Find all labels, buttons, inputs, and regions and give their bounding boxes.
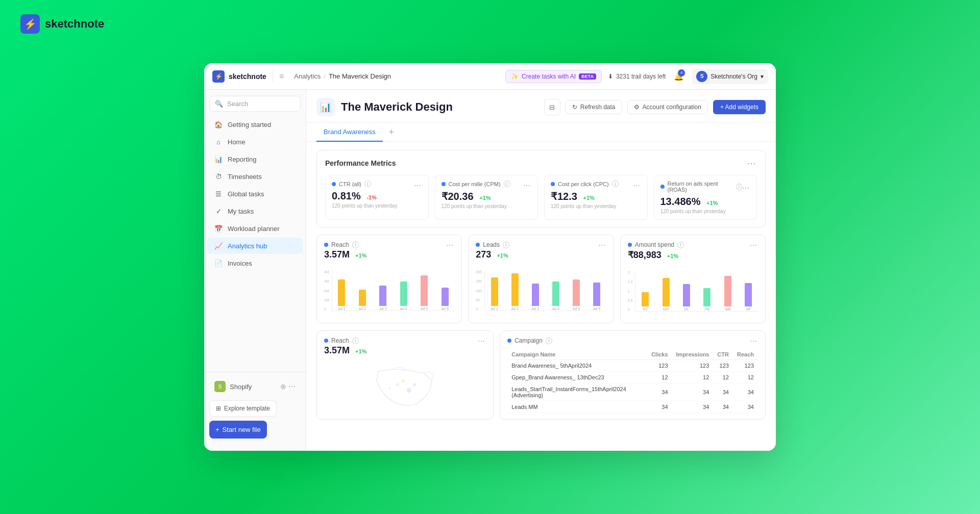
chart-value-leads: 273 +1% (476, 249, 509, 260)
org-selector[interactable]: S Sketchnote's Org ▾ (692, 69, 768, 84)
chart-label-reach: Reach i (324, 241, 366, 248)
breadcrumb-parent[interactable]: Analytics (294, 72, 321, 80)
section-header: Performance Metrics ⋯ (325, 158, 757, 169)
sidebar-item-reporting[interactable]: 📊 Reporting (207, 151, 303, 167)
metric-card-cpc: Cost per click (CPC) i ⋯ ₹12.3 +1% 120 p… (544, 175, 648, 220)
account-config-button[interactable]: ⚙ Account configuration (627, 100, 708, 114)
campaign-table-body: Brand Awareness_ 5thApril2024 123 123 12… (507, 360, 758, 413)
campaign-table: Campaign Name Clicks Impressions CTR Rea… (507, 349, 758, 413)
shopify-label: Shopify (230, 383, 252, 391)
sidebar-item-workload-planner[interactable]: 📅 Workload planner (207, 220, 303, 237)
sidebar-item-timesheets[interactable]: ⏱ Timesheets (207, 168, 303, 185)
tab-add-button[interactable]: + (385, 125, 398, 139)
clicks-1: 123 (647, 360, 672, 372)
section-more-button[interactable]: ⋯ (747, 158, 757, 169)
beta-badge: BETA (579, 73, 596, 80)
info-icon-cpc[interactable]: i (612, 181, 619, 187)
home-icon: ⌂ (214, 138, 223, 146)
ai-icon: ✨ (511, 73, 519, 80)
sidebar-item-analytics-hub[interactable]: 📈 Analytics hub (207, 238, 303, 254)
chart-card-leads: Leads i 273 +1% ⋯ (468, 235, 614, 323)
info-icon-campaign[interactable]: i (546, 338, 552, 344)
info-icon-ctr[interactable]: i (364, 181, 371, 187)
reach-dot (324, 243, 328, 247)
campaign-table-header: Campaign Name Clicks Impressions CTR Rea… (507, 349, 758, 360)
trail-icon: ⬇ (608, 73, 613, 80)
charts-row: Reach i 3.57M +1% ⋯ (316, 235, 766, 323)
getting-started-icon: 🏠 (214, 120, 223, 128)
section-title: Performance Metrics (325, 159, 396, 167)
notification-button[interactable]: 🔔 4 (672, 69, 686, 84)
metric-more-ctr[interactable]: ⋯ (414, 182, 422, 190)
header-actions: ⊟ ↻ Refresh data ⚙ Account configuration… (544, 99, 766, 115)
table-row: Leads MM 34 34 34 34 (507, 401, 758, 413)
sidebar-item-home[interactable]: ⌂ Home (207, 134, 303, 150)
metric-label-cpc: Cost per click (CPC) i (551, 181, 619, 187)
metric-sub-cpc: 120 points up than yesterday (551, 203, 641, 209)
campaign-name-2: Gpep_Brand Awareness_ 13thDec23 (507, 372, 647, 383)
chart-more-leads[interactable]: ⋯ (598, 241, 606, 249)
metric-more-cpc[interactable]: ⋯ (633, 182, 641, 190)
metric-card-cpm: Cost per mille (CPM) i ⋯ ₹20.36 +1% 120 … (435, 175, 538, 220)
dashboard-content: Performance Metrics ⋯ CTR (all) i (306, 142, 776, 451)
app-logo: ⚡ sketchnote (212, 70, 266, 83)
analytics-hub-label: Analytics hub (228, 242, 267, 250)
chart-change-leads: +1% (497, 252, 508, 259)
metric-more-roas[interactable]: ⋯ (742, 184, 750, 192)
svg-point-2 (401, 379, 405, 383)
tab-brand-awareness[interactable]: Brand Awareness (316, 123, 383, 142)
sidebar-item-global-tasks[interactable]: ☰ Global tasks (207, 186, 303, 202)
reporting-label: Reporting (228, 156, 256, 163)
sidebar-item-invoices[interactable]: 📄 Invoices (207, 255, 303, 271)
col-impressions: Impressions (672, 349, 714, 360)
shopify-actions: ⊕ ⋯ (280, 382, 296, 391)
outer-logo-text: sketchnote (45, 17, 104, 31)
reach-map-card: Reach i 3.57M +1% ⋯ (316, 330, 494, 420)
sidebar-item-my-tasks[interactable]: ✓ My tasks (207, 203, 303, 219)
search-icon: 🔍 (215, 100, 223, 108)
info-icon-leads[interactable]: i (503, 242, 509, 248)
table-row: Brand Awareness_ 5thApril2024 123 123 12… (507, 360, 758, 372)
top-bar-divider (273, 70, 273, 83)
shopify-more-icon[interactable]: ⋯ (288, 382, 296, 391)
info-icon-reach[interactable]: i (352, 242, 359, 248)
sidebar-item-shopify[interactable]: S Shopify ⊕ ⋯ (207, 377, 303, 396)
global-tasks-label: Global tasks (228, 190, 264, 198)
search-placeholder: Search (227, 100, 248, 108)
sidebar: 🔍 Search 🏠 Getting started ⌂ Home 📊 Repo… (204, 90, 306, 451)
notification-badge: 4 (678, 69, 685, 76)
add-widgets-label: + Add widgets (720, 104, 758, 111)
impressions-4: 34 (672, 401, 714, 413)
reach-map-more[interactable]: ⋯ (478, 337, 486, 345)
refresh-icon: ↻ (572, 104, 577, 111)
impressions-2: 12 (672, 372, 714, 383)
add-widgets-button[interactable]: + Add widgets (713, 100, 766, 114)
bottom-row: Reach i 3.57M +1% ⋯ (316, 330, 766, 420)
chart-more-amount[interactable]: ⋯ (750, 241, 758, 249)
shopify-add-icon[interactable]: ⊕ (280, 382, 286, 391)
amount-dot (628, 243, 632, 247)
collapse-sidebar-button[interactable]: ≡ (279, 72, 284, 81)
metric-dot-cpc (551, 182, 555, 186)
info-icon-reach-map[interactable]: i (352, 338, 359, 344)
filter-button[interactable]: ⊟ (544, 99, 560, 115)
create-tasks-button[interactable]: ✨ Create tasks with AI BETA (505, 70, 602, 83)
start-new-file-button[interactable]: + Start new file (209, 421, 267, 439)
leads-dot (476, 243, 480, 247)
start-new-label: Start new file (223, 426, 261, 433)
explore-template-button[interactable]: ⊞ Explore template (209, 400, 277, 417)
metric-card-ctr: CTR (all) i ⋯ 0.81% -1% 120 points up th… (325, 175, 429, 220)
chart-bar-area-amount: 21.510.50 RJ MH (628, 266, 758, 317)
sidebar-item-getting-started[interactable]: 🏠 Getting started (207, 116, 303, 133)
search-bar[interactable]: 🔍 Search (209, 96, 301, 112)
chart-more-reach[interactable]: ⋯ (446, 241, 454, 249)
info-icon-roas[interactable]: i (736, 184, 742, 190)
info-icon-amount[interactable]: i (677, 242, 684, 248)
metric-more-cpm[interactable]: ⋯ (523, 182, 531, 190)
info-icon-cpm[interactable]: i (504, 181, 510, 187)
clicks-3: 34 (647, 383, 672, 401)
refresh-data-button[interactable]: ↻ Refresh data (566, 100, 622, 114)
campaign-more[interactable]: ⋯ (750, 337, 758, 345)
top-bar: ⚡ sketchnote ≡ Analytics / The Maverick … (204, 63, 776, 90)
page-icon: 📊 (316, 98, 335, 116)
